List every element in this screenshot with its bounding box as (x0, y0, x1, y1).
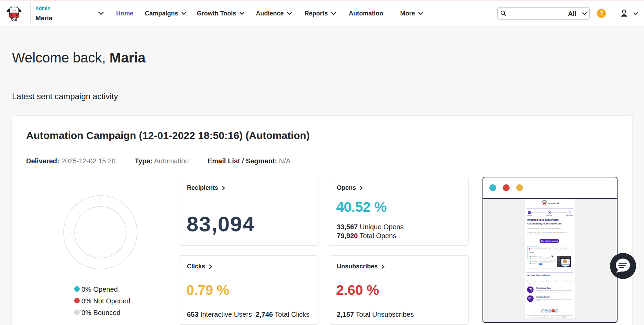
svg-text:in: in (556, 310, 557, 312)
svg-text:f: f (542, 310, 543, 312)
